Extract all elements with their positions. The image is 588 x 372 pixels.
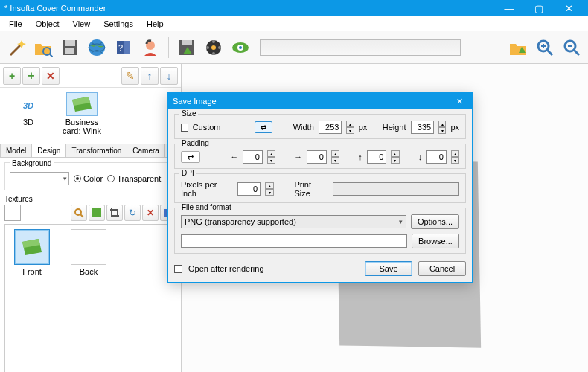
export-icon[interactable] (506, 36, 530, 60)
texture-label: Back (66, 267, 111, 276)
tab-model[interactable]: Model (0, 144, 32, 158)
wizard-icon[interactable] (4, 36, 28, 60)
pad-bottom-spinner[interactable]: ▴▾ (451, 150, 459, 164)
menu-help[interactable]: Help (141, 18, 170, 30)
close-button[interactable]: ✕ (554, 0, 584, 16)
size-group-label: Size (179, 109, 198, 118)
height-label: Height (383, 123, 406, 132)
tab-camera[interactable]: Camera (127, 144, 165, 158)
save-button[interactable]: Save (365, 261, 412, 276)
move-up-button[interactable]: ↑ (141, 67, 159, 85)
padding-group-label: Padding (179, 139, 211, 147)
add-big-button[interactable]: + (22, 67, 40, 85)
ppi-label: Pixels per Inch (181, 180, 233, 198)
svg-rect-11 (182, 40, 192, 45)
save-icon[interactable] (58, 36, 82, 60)
ppi-field[interactable]: 0 (237, 182, 261, 196)
menu-view[interactable]: View (67, 18, 97, 30)
svg-point-21 (239, 46, 242, 49)
maximize-button[interactable]: ▢ (524, 0, 554, 16)
pad-right-field[interactable]: 0 (307, 150, 327, 164)
texture-swatch[interactable] (4, 205, 21, 221)
dpi-group-label: DPI (179, 169, 196, 177)
open-icon[interactable] (31, 36, 55, 60)
texture-back[interactable]: Back (66, 229, 111, 276)
left-panel: + + ✕ ✎ ↑ ↓ 3D 3D Business card: Wink Mo… (0, 64, 182, 372)
file-format-group-label: File and format (179, 203, 234, 211)
zoom-in-icon[interactable] (533, 36, 557, 60)
support-icon[interactable] (138, 36, 162, 60)
filepath-field[interactable] (181, 234, 407, 248)
open-after-label: Open after rendering (188, 264, 264, 273)
move-down-button[interactable]: ↓ (160, 67, 178, 85)
design-tabs: Model Design Transformation Camera Light… (0, 143, 181, 158)
save-animation-icon[interactable] (202, 36, 226, 60)
printsize-label: Print Size (294, 180, 328, 198)
svg-text:?: ? (118, 43, 123, 52)
height-spinner[interactable]: ▴▾ (438, 121, 446, 134)
svg-point-17 (212, 52, 215, 55)
svg-line-2 (50, 54, 53, 57)
background-color-combo[interactable] (10, 172, 69, 185)
ppi-spinner[interactable]: ▴▾ (265, 182, 274, 196)
menu-object[interactable]: Object (30, 18, 65, 30)
add-small-button[interactable]: + (3, 67, 21, 85)
help-book-icon[interactable]: ? (112, 36, 135, 60)
save-image-dialog: Save Image ✕ Size Custom ⇄ Width 253 ▴▾ … (167, 92, 473, 283)
arrow-left-icon: ← (230, 153, 238, 161)
object-3d[interactable]: 3D 3D (6, 92, 51, 135)
menu-file[interactable]: File (3, 18, 28, 30)
edit-button[interactable]: ✎ (121, 67, 139, 85)
width-field[interactable]: 253 (319, 121, 342, 134)
tab-design[interactable]: Design (31, 144, 66, 158)
textures-label: Textures (4, 195, 176, 203)
pad-top-spinner[interactable]: ▴▾ (391, 150, 399, 164)
background-transparent-radio[interactable]: Transparent (107, 174, 161, 183)
pad-top-field[interactable]: 0 (367, 150, 387, 164)
search-field[interactable] (260, 39, 461, 56)
zoom-out-icon[interactable] (560, 36, 584, 60)
tab-transformation[interactable]: Transformation (65, 144, 127, 158)
svg-point-6 (89, 39, 105, 56)
format-select[interactable]: PNG (transparency supported) (181, 215, 406, 228)
arrow-down-icon: ↓ (418, 153, 423, 161)
minimize-button[interactable]: ― (494, 0, 524, 16)
svg-rect-4 (65, 40, 75, 46)
link-size-button[interactable]: ⇄ (255, 121, 272, 133)
height-field[interactable]: 335 (411, 121, 435, 134)
svg-line-28 (574, 50, 579, 55)
texture-fill-icon[interactable] (89, 205, 105, 221)
texture-crop-icon[interactable] (106, 205, 123, 221)
delete-button[interactable]: ✕ (42, 67, 60, 85)
preview-icon[interactable] (229, 36, 252, 60)
pad-right-spinner[interactable]: ▴▾ (331, 150, 339, 164)
background-color-radio[interactable]: Color (74, 174, 103, 183)
object-label: 3D (6, 118, 51, 126)
dialog-close-button[interactable]: ✕ (451, 94, 467, 108)
object-business-card[interactable]: Business card: Wink (60, 92, 104, 135)
custom-label: Custom (193, 123, 221, 132)
link-padding-button[interactable]: ⇄ (181, 151, 200, 163)
svg-line-32 (80, 214, 83, 217)
pad-left-field[interactable]: 0 (243, 150, 263, 164)
titlebar: * Insofta Cover Commander ― ▢ ✕ (0, 0, 588, 16)
open-after-checkbox[interactable] (174, 265, 182, 273)
svg-point-18 (206, 46, 209, 49)
save-image-icon[interactable] (175, 36, 199, 60)
background-group-label: Background (10, 159, 54, 167)
texture-front[interactable]: Front (10, 229, 54, 276)
web-icon[interactable] (85, 36, 109, 60)
browse-button[interactable]: Browse... (412, 234, 459, 248)
cancel-button[interactable]: Cancel (418, 261, 466, 276)
width-spinner[interactable]: ▴▾ (346, 121, 354, 134)
texture-delete-icon[interactable]: ✕ (142, 205, 159, 221)
svg-text:3D: 3D (23, 101, 33, 110)
pad-left-spinner[interactable]: ▴▾ (267, 150, 275, 164)
pad-bottom-field[interactable]: 0 (426, 150, 447, 164)
texture-zoom-icon[interactable] (71, 205, 87, 221)
custom-checkbox[interactable] (181, 124, 188, 132)
menu-settings[interactable]: Settings (98, 18, 139, 30)
options-button[interactable]: Options... (411, 214, 459, 229)
arrow-right-icon: → (294, 153, 302, 161)
texture-refresh-icon[interactable]: ↻ (124, 205, 141, 221)
